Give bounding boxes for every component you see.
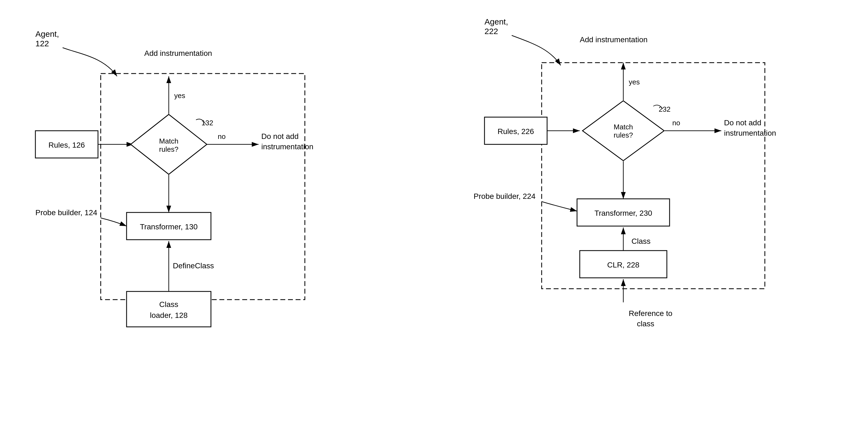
right-class-label: Class: [631, 237, 651, 246]
left-defineclass-label: DefineClass: [173, 261, 214, 270]
left-agent-label: Agent,: [35, 29, 59, 38]
left-agent-arrow: [63, 48, 117, 76]
left-match-label: Match: [159, 137, 179, 145]
right-rules-label: Rules, 226: [498, 127, 534, 136]
left-rules-label: Rules, 126: [49, 141, 85, 149]
right-do-not-add-2: instrumentation: [724, 129, 776, 137]
right-agent-label: Agent,: [485, 17, 508, 26]
diagram-container: Agent, 122 Rules, 126 Match rules? 132 y…: [0, 0, 868, 429]
left-agent-number: 122: [35, 39, 49, 48]
right-reference-label1: Reference to: [629, 309, 672, 318]
right-match-label: Match: [614, 123, 633, 131]
left-rules-text: rules?: [159, 145, 179, 153]
right-probe-arrow: [541, 202, 577, 211]
left-add-instr-label: Add instrumentation: [144, 49, 212, 57]
right-reference-label2: class: [637, 319, 654, 328]
right-agent-arrow: [512, 35, 561, 65]
left-transformer-label: Transformer, 130: [140, 223, 197, 231]
left-yes-label: yes: [174, 91, 185, 100]
right-clr-label: CLR, 228: [607, 261, 639, 269]
right-add-instr-label: Add instrumentation: [580, 35, 648, 44]
left-probe-builder-label: Probe builder, 124: [35, 208, 97, 217]
left-do-not-add-1: Do not add: [261, 132, 299, 141]
left-probe-arrow: [101, 218, 127, 226]
right-yes-label: yes: [629, 78, 640, 86]
right-rules-text: rules?: [614, 131, 633, 139]
right-no-label: no: [672, 119, 680, 127]
left-do-not-add-2: instrumentation: [261, 142, 313, 151]
left-classloader-box: [127, 291, 211, 327]
right-agent-number: 222: [485, 27, 498, 36]
left-no-label: no: [218, 133, 226, 141]
right-transformer-label: Transformer, 230: [594, 209, 652, 217]
right-do-not-add-1: Do not add: [724, 118, 761, 127]
right-probe-builder-label: Probe builder, 224: [474, 192, 535, 200]
left-132-label: 132: [202, 119, 213, 127]
left-classloader-line1: Class: [159, 300, 178, 309]
left-classloader-line2: loader, 128: [150, 311, 188, 319]
